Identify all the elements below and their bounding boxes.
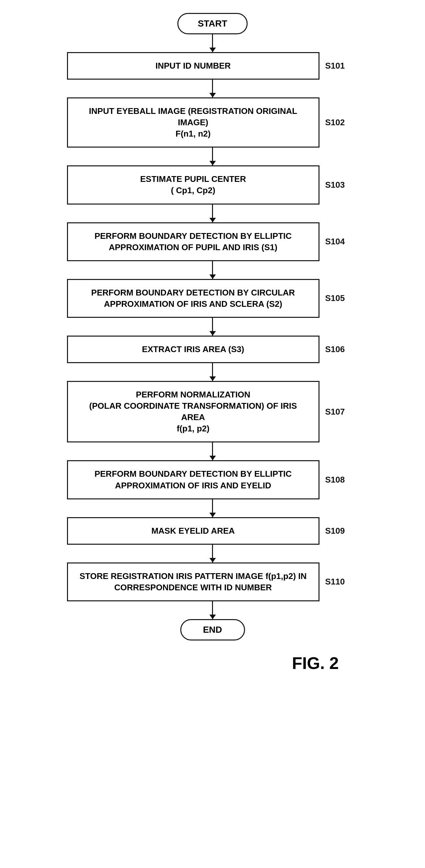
- step-s107-box: PERFORM NORMALIZATION(POLAR COORDINATE T…: [67, 381, 320, 442]
- step-s101-box: INPUT ID NUMBER: [67, 52, 320, 80]
- step-s102-label: S102: [325, 118, 345, 127]
- step-s101-row: INPUT ID NUMBER S101: [67, 52, 358, 80]
- step-s107-row: PERFORM NORMALIZATION(POLAR COORDINATE T…: [67, 381, 358, 442]
- arrow-1: [212, 34, 213, 52]
- step-s110-label: S110: [325, 577, 345, 587]
- figure-label: FIG. 2: [292, 654, 339, 673]
- step-s106-row: EXTRACT IRIS AREA (S3) S106: [67, 336, 358, 363]
- start-terminal: START: [177, 13, 248, 34]
- step-s108-box: PERFORM BOUNDARY DETECTION BY ELLIPTICAP…: [67, 460, 320, 499]
- arrow-4: [212, 205, 213, 222]
- step-s108-label: S108: [325, 475, 345, 485]
- step-s103-label: S103: [325, 180, 345, 190]
- step-s103-box: ESTIMATE PUPIL CENTER( Cp1, Cp2): [67, 165, 320, 204]
- step-s106-label: S106: [325, 344, 345, 354]
- arrow-2: [212, 80, 213, 97]
- arrow-6: [212, 318, 213, 336]
- step-s108-row: PERFORM BOUNDARY DETECTION BY ELLIPTICAP…: [67, 460, 358, 499]
- arrow-7: [212, 363, 213, 381]
- arrow-8: [212, 442, 213, 460]
- arrow-9: [212, 499, 213, 517]
- step-s104-label: S104: [325, 237, 345, 247]
- step-s105-box: PERFORM BOUNDARY DETECTION BY CIRCULARAP…: [67, 279, 320, 318]
- step-s104-row: PERFORM BOUNDARY DETECTION BY ELLIPTICAP…: [67, 222, 358, 261]
- step-s109-label: S109: [325, 526, 345, 536]
- end-terminal: END: [180, 619, 245, 641]
- step-s104-box: PERFORM BOUNDARY DETECTION BY ELLIPTICAP…: [67, 222, 320, 261]
- step-s102-box: INPUT EYEBALL IMAGE (REGISTRATION ORIGIN…: [67, 97, 320, 148]
- step-s106-box: EXTRACT IRIS AREA (S3): [67, 336, 320, 363]
- step-s103-row: ESTIMATE PUPIL CENTER( Cp1, Cp2) S103: [67, 165, 358, 204]
- step-s109-box: MASK EYELID AREA: [67, 517, 320, 545]
- step-s105-row: PERFORM BOUNDARY DETECTION BY CIRCULARAP…: [67, 279, 358, 318]
- step-s109-row: MASK EYELID AREA S109: [67, 517, 358, 545]
- step-s105-label: S105: [325, 293, 345, 303]
- step-s107-label: S107: [325, 407, 345, 417]
- step-s101-label: S101: [325, 61, 345, 71]
- arrow-10: [212, 545, 213, 562]
- arrow-5: [212, 261, 213, 279]
- arrow-11: [212, 601, 213, 619]
- step-s110-box: STORE REGISTRATION IRIS PATTERN IMAGE f(…: [67, 562, 320, 601]
- step-s110-row: STORE REGISTRATION IRIS PATTERN IMAGE f(…: [67, 562, 358, 601]
- flowchart: START INPUT ID NUMBER S101 INPUT EYEBALL…: [67, 13, 358, 673]
- step-s102-row: INPUT EYEBALL IMAGE (REGISTRATION ORIGIN…: [67, 97, 358, 148]
- arrow-3: [212, 148, 213, 165]
